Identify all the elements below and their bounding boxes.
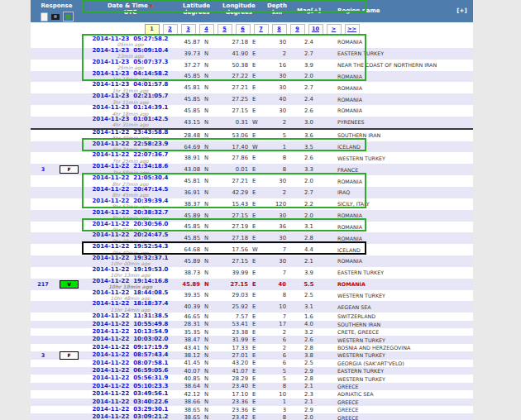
magnitude-value: 3.9: [291, 62, 327, 69]
column-header-magnitude[interactable]: Mag[+]: [291, 0, 327, 22]
longitude-value: 27.21: [215, 178, 248, 184]
region-name: GREECE: [327, 407, 451, 413]
felt-report-badge[interactable]: F: [60, 165, 79, 174]
event-datetime-link[interactable]: 2014-11-22 10:55:49.8: [83, 322, 178, 327]
latitude-direction: N: [200, 375, 215, 382]
depth-value: 2: [263, 345, 291, 351]
document-icon[interactable]: [41, 12, 48, 21]
page-button-1[interactable]: 1: [145, 24, 160, 35]
page-button-8[interactable]: 8: [272, 24, 287, 35]
longitude-direction: E: [248, 50, 263, 57]
longitude-direction: E: [248, 223, 263, 230]
region-name: FRANCE: [327, 167, 451, 173]
event-datetime-cell: 2014-11-23 01:01:42.5 4hr 31min ago: [83, 117, 178, 128]
region-name: SICILY, ITALY: [327, 201, 451, 207]
event-datetime-link[interactable]: 2014-11-22 05:10:23.3: [83, 384, 178, 389]
longitude-direction: E: [248, 383, 263, 389]
table-row: 3 F 2014-11-22 08:57:43.4 38.12 N 27.01 …: [31, 351, 473, 359]
latitude-direction: N: [200, 383, 215, 389]
depth-value: 6: [263, 360, 291, 366]
depth-value: 30: [263, 107, 291, 114]
event-datetime-link[interactable]: 2014-11-22 03:49:56.1: [83, 391, 178, 397]
longitude-value: 27.15: [215, 212, 248, 219]
magnitude-value: 2.9: [291, 368, 327, 375]
expand-columns-label: [+]: [456, 7, 466, 14]
region-name: ROMANIA: [327, 97, 451, 103]
page-button->>[interactable]: >>: [345, 24, 360, 35]
magnitude-value: 2.0: [291, 178, 327, 184]
table-row: 2014-11-22 19:19:53.0 10hr 13min ago 38.…: [31, 267, 473, 279]
longitude-value: 27.15: [215, 281, 248, 288]
event-datetime-link[interactable]: 2014-11-22 08:07:58.1: [83, 360, 178, 366]
event-datetime-cell: 2014-11-22 20:38:32.7 8hr 54min ago: [83, 210, 178, 222]
event-datetime-link[interactable]: 2014-11-22 10:03:02.0: [83, 336, 178, 342]
page-button-2[interactable]: 2: [163, 24, 178, 35]
event-datetime-cell: 2014-11-22 03:09:21.2: [83, 414, 178, 420]
magnitude-value: 2.0: [291, 414, 327, 420]
depth-value: 8: [263, 383, 291, 389]
latitude-direction: N: [200, 189, 215, 196]
latitude-value: 45.85: [178, 223, 200, 230]
column-header-expand[interactable]: [+]: [451, 0, 473, 22]
latitude-value: 45.89: [178, 281, 200, 288]
latitude-direction: N: [200, 360, 215, 366]
page-button-6[interactable]: 6: [236, 24, 251, 35]
table-row: 2014-11-22 22:07:36.7 7hr 25min ago 38.9…: [31, 152, 473, 164]
event-datetime-link[interactable]: 2014-11-22 10:13:54.9: [83, 329, 178, 335]
event-datetime-link[interactable]: 2014-11-22 05:56:31.9: [83, 375, 178, 381]
table-row: 2014-11-22 03:49:56.1 42.12 N 17.10 E 10…: [31, 390, 473, 398]
event-datetime-link[interactable]: 2014-11-22 03:29:30.1: [83, 407, 178, 413]
page-button->[interactable]: >: [327, 24, 342, 35]
event-datetime-link[interactable]: 2014-11-22 08:57:43.4: [83, 352, 178, 358]
latitude-header-line1: Latitude: [183, 2, 210, 9]
event-datetime-cell: 2014-11-22 10:13:54.9: [83, 329, 178, 335]
table-row: 2014-11-22 20:39:39.4 8hr 53min ago 38.3…: [31, 198, 473, 210]
earthquake-list-page: Response Date & Time▼ UTC Latitude degre…: [0, 0, 521, 420]
longitude-direction: E: [248, 62, 263, 69]
longitude-value: 42.29: [215, 189, 248, 196]
response-header-label: Response: [41, 2, 72, 9]
magnitude-value: 2.6: [291, 107, 327, 114]
longitude-value: 27.18: [215, 235, 248, 241]
camera-icon[interactable]: [51, 14, 60, 20]
felt-report-badge[interactable]: F: [60, 351, 79, 360]
latitude-value: 28.31: [178, 321, 200, 327]
magnitude-value: 3.1: [291, 223, 327, 230]
page-button-5[interactable]: 5: [217, 24, 232, 35]
event-datetime-cell: 2014-11-22 09:17:19.9: [83, 345, 178, 351]
latitude-header-line2: degrees: [184, 9, 210, 16]
latitude-value: 45.85: [178, 107, 200, 114]
event-datetime-cell: 2014-11-22 20:39:39.4 8hr 53min ago: [83, 198, 178, 210]
page-button-10[interactable]: 10: [308, 24, 323, 35]
longitude-value: 23.36: [215, 407, 248, 413]
event-datetime-link[interactable]: 2014-11-22 11:31:38.5: [83, 313, 178, 319]
table-row: 2014-11-22 20:30:56.0 9hr 02min ago 45.8…: [31, 222, 473, 233]
latitude-direction: N: [200, 321, 215, 327]
latitude-direction: N: [200, 155, 215, 161]
visibility-map-badge[interactable]: V: [60, 280, 79, 289]
latitude-value: 43.15: [178, 119, 200, 126]
table-row: 3 F 2014-11-22 21:34:18.6 7hr 58min ago …: [31, 164, 473, 175]
latitude-direction: N: [200, 336, 215, 343]
table-header: Response Date & Time▼ UTC Latitude degre…: [31, 0, 473, 22]
map-icon[interactable]: [63, 12, 74, 21]
latitude-direction: N: [200, 368, 215, 375]
earthquake-table: Response Date & Time▼ UTC Latitude degre…: [31, 0, 473, 420]
depth-header-line1: Depth: [267, 2, 287, 9]
event-datetime-link[interactable]: 2014-11-22 09:17:19.9: [83, 345, 178, 351]
region-name: SOUTHERN IRAN: [327, 132, 451, 138]
latitude-direction: N: [200, 166, 215, 173]
table-row: 2014-11-23 01:14:39.1 4hr 18min ago 45.8…: [31, 105, 473, 117]
longitude-direction: E: [248, 166, 263, 173]
event-datetime-link[interactable]: 2014-11-22 03:40:22.6: [83, 399, 178, 405]
longitude-direction: E: [248, 345, 263, 351]
column-header-datetime[interactable]: Date & Time▼ UTC: [83, 0, 178, 22]
page-button-9[interactable]: 9: [290, 24, 305, 35]
longitude-direction: E: [248, 352, 263, 359]
event-datetime-link[interactable]: 2014-11-22 03:09:21.2: [83, 414, 178, 420]
page-button-4[interactable]: 4: [199, 24, 214, 35]
page-button-3[interactable]: 3: [181, 24, 196, 35]
latitude-direction: N: [200, 144, 215, 150]
event-datetime-link[interactable]: 2014-11-22 06:59:05.6: [83, 368, 178, 374]
page-button-7[interactable]: 7: [254, 24, 269, 35]
